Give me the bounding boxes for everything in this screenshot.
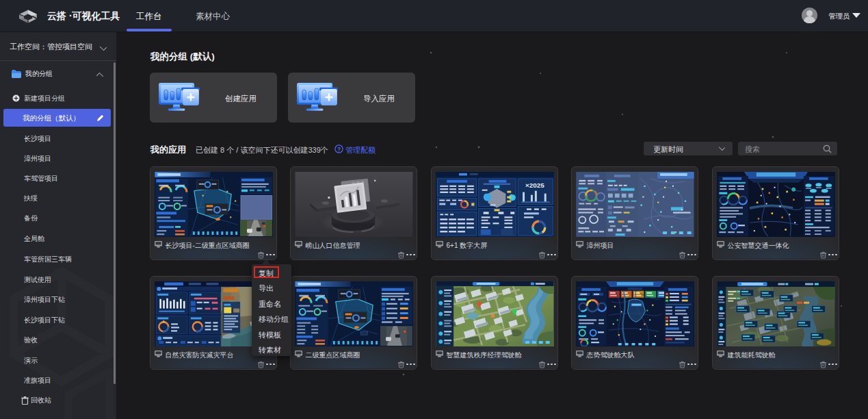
svg-text:×2025: ×2025 — [525, 181, 544, 189]
svg-text:?: ? — [337, 146, 341, 153]
